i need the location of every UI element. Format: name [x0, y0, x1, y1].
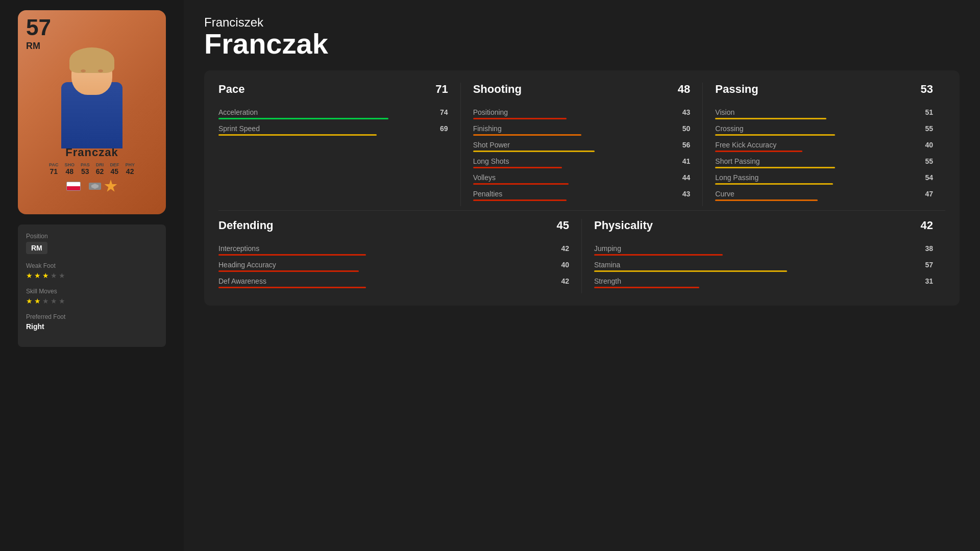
positioning-row: Positioning 43: [473, 108, 691, 119]
skill-star-5: ★: [59, 297, 65, 305]
interceptions-row: Interceptions 42: [218, 244, 569, 256]
long-shots-row: Long Shots 41: [473, 157, 691, 168]
player-head: [71, 52, 112, 95]
long-passing-bar: [715, 183, 832, 185]
skill-star-3: ★: [42, 297, 49, 305]
free-kick-value: 40: [921, 141, 933, 149]
defending-value: 45: [557, 219, 569, 232]
skill-star-4: ★: [51, 297, 57, 305]
free-kick-label: Free Kick Accuracy: [715, 141, 915, 149]
vision-value: 51: [921, 108, 933, 116]
finishing-label: Finishing: [473, 124, 672, 133]
shooting-label: Shooting: [473, 83, 522, 96]
star-1: ★: [26, 271, 33, 280]
physicality-value: 42: [921, 219, 933, 232]
stats-top-columns: Pace 71 Acceleration 74 Sprint Speed 69: [218, 83, 945, 206]
passing-column: Passing 53 Vision 51 Crossing 55: [703, 83, 945, 206]
vision-row: Vision 51: [715, 108, 933, 119]
shot-power-row: Shot Power 56: [473, 141, 691, 152]
pace-header: Pace 71: [218, 83, 448, 100]
long-shots-label: Long Shots: [473, 157, 672, 165]
stats-area: Pace 71 Acceleration 74 Sprint Speed 69: [204, 70, 960, 306]
card-stat-sho: SHO 48: [64, 162, 75, 176]
passing-value: 53: [921, 83, 933, 96]
curve-bar: [715, 199, 818, 201]
player-eye-right: [98, 69, 103, 72]
jumping-label: Jumping: [594, 244, 915, 253]
card-stat-dri: DRI 62: [96, 162, 104, 176]
heading-accuracy-row: Heading Accuracy 40: [218, 261, 569, 272]
crossing-bar: [715, 134, 835, 136]
stamina-row: Stamina 57: [594, 261, 933, 272]
def-awareness-label: Def Awareness: [218, 277, 551, 285]
finishing-value: 50: [678, 124, 690, 133]
stamina-bar: [594, 270, 787, 272]
positioning-value: 43: [678, 108, 690, 116]
def-awareness-value: 42: [557, 277, 569, 285]
poland-flag-icon: [66, 182, 81, 191]
penalties-label: Penalties: [473, 190, 672, 198]
star-5: ★: [59, 271, 65, 280]
shooting-value: 48: [678, 83, 690, 96]
long-shots-value: 41: [678, 157, 690, 165]
acceleration-label: Acceleration: [218, 108, 430, 116]
physicality-column: Physicality 42 Jumping 38 Stamina 57: [582, 219, 945, 293]
position-section: Position RM: [26, 233, 158, 254]
left-panel: 57 RM Franczak PAC: [0, 0, 184, 551]
long-passing-label: Long Passing: [715, 173, 915, 182]
player-hair: [69, 47, 114, 73]
star-3: ★: [42, 271, 49, 280]
vision-label: Vision: [715, 108, 915, 116]
shooting-column: Shooting 48 Positioning 43 Finishing 50: [461, 83, 703, 206]
heading-accuracy-label: Heading Accuracy: [218, 261, 551, 269]
stamina-value: 57: [921, 261, 933, 269]
penalties-value: 43: [678, 190, 690, 198]
weak-foot-label: Weak Foot: [26, 262, 158, 269]
player-last-name: Franczak: [204, 30, 960, 58]
defending-column: Defending 45 Interceptions 42 Heading Ac…: [218, 219, 582, 293]
volleys-row: Volleys 44: [473, 173, 691, 185]
heading-accuracy-bar: [218, 270, 359, 272]
player-info-panel: Position RM Weak Foot ★ ★ ★ ★ ★ Skill Mo…: [18, 224, 166, 347]
finishing-bar: [473, 134, 582, 136]
stamina-label: Stamina: [594, 261, 915, 269]
interceptions-bar: [218, 254, 366, 256]
curve-value: 47: [921, 190, 933, 198]
finishing-row: Finishing 50: [473, 124, 691, 136]
skill-star-1: ★: [26, 297, 33, 305]
strength-label: Strength: [594, 277, 915, 285]
skill-star-2: ★: [34, 297, 41, 305]
weak-foot-section: Weak Foot ★ ★ ★ ★ ★: [26, 262, 158, 280]
jumping-bar: [594, 254, 723, 256]
free-kick-row: Free Kick Accuracy 40: [715, 141, 933, 152]
position-label: Position: [26, 233, 158, 240]
card-icons-row: [66, 180, 117, 193]
club-badge-icon: [89, 183, 101, 190]
jumping-row: Jumping 38: [594, 244, 933, 256]
skill-moves-stars: ★ ★ ★ ★ ★: [26, 297, 158, 305]
preferred-foot-section: Preferred Foot Right: [26, 313, 158, 331]
acceleration-row: Acceleration 74: [218, 108, 448, 119]
interceptions-label: Interceptions: [218, 244, 551, 253]
def-awareness-bar: [218, 287, 366, 288]
sprint-speed-row: Sprint Speed 69: [218, 124, 448, 136]
card-stat-phy: PHY 42: [125, 162, 135, 176]
vision-bar: [715, 118, 826, 119]
def-awareness-row: Def Awareness 42: [218, 277, 569, 288]
player-name-section: Franciszek Franczak: [204, 15, 960, 58]
card-stats-row: PAC 71 SHO 48 PAS 53 DRI 62 DEF 45 PHY 4…: [49, 162, 135, 176]
positioning-label: Positioning: [473, 108, 672, 116]
card-stat-pac: PAC 71: [49, 162, 58, 176]
short-passing-label: Short Passing: [715, 157, 915, 165]
crossing-value: 55: [921, 124, 933, 133]
card-stat-def: DEF 45: [110, 162, 119, 176]
volleys-bar: [473, 183, 569, 185]
star-2: ★: [34, 271, 41, 280]
star-4: ★: [51, 271, 57, 280]
interceptions-value: 42: [557, 244, 569, 253]
league-icon: [104, 180, 117, 193]
pace-value: 71: [435, 83, 448, 96]
long-passing-row: Long Passing 54: [715, 173, 933, 185]
card-top: 57 RM: [18, 10, 166, 52]
strength-bar: [594, 287, 699, 288]
